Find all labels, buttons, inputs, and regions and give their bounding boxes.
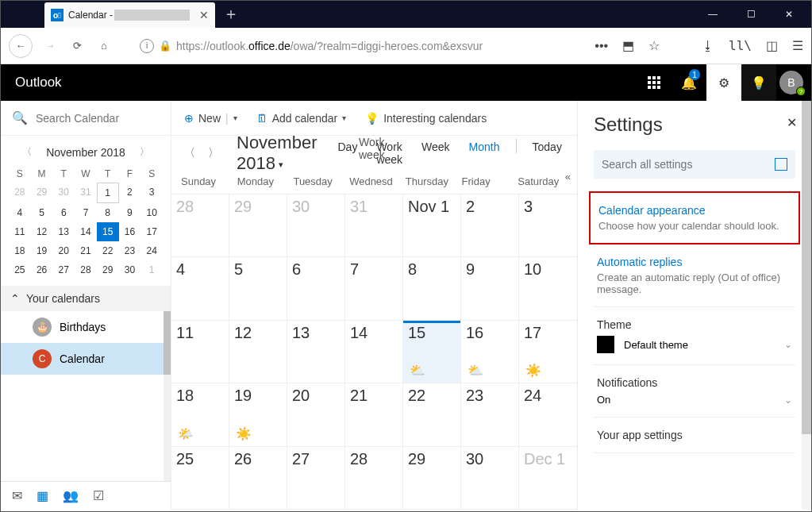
mini-prev-month-button[interactable]: 〈 — [16, 142, 38, 162]
help-icon[interactable]: 💡 — [741, 64, 776, 101]
bookmark-star-icon[interactable]: ☆ — [648, 38, 660, 53]
mini-day[interactable]: 28 — [9, 183, 31, 203]
day-cell[interactable]: 6 — [287, 257, 345, 319]
day-cell[interactable]: 29 — [229, 194, 287, 256]
new-event-button[interactable]: ⊕New|▾ — [184, 112, 237, 125]
day-cell[interactable]: 14 — [345, 321, 403, 383]
mini-day[interactable]: 1 — [140, 260, 163, 279]
prev-period-button[interactable]: 〈 — [184, 146, 195, 160]
day-cell[interactable]: Dec 1 — [519, 447, 577, 509]
settings-search[interactable] — [594, 150, 795, 179]
mini-day[interactable]: 17 — [140, 222, 163, 241]
day-cell[interactable]: 24 — [519, 383, 577, 445]
settings-item[interactable]: Calendar appearanceChoose how your calen… — [589, 191, 800, 244]
mini-day[interactable]: 8 — [97, 203, 119, 222]
settings-close-button[interactable]: ✕ — [787, 115, 797, 130]
menu-icon[interactable]: ☰ — [792, 38, 803, 53]
day-cell[interactable]: 4 — [171, 257, 229, 319]
mini-day[interactable]: 14 — [75, 222, 97, 241]
mini-day[interactable]: 3 — [140, 183, 163, 203]
mini-day[interactable]: 5 — [31, 203, 53, 222]
day-cell[interactable]: 11 — [171, 321, 229, 383]
window-minimize-button[interactable]: — — [695, 3, 730, 25]
mini-day[interactable]: 21 — [75, 241, 97, 260]
mini-day[interactable]: 28 — [75, 260, 97, 279]
settings-item[interactable]: ThemeDefault theme⌄ — [594, 307, 795, 365]
day-cell[interactable]: 10 — [519, 257, 577, 319]
scrollbar-thumb[interactable] — [164, 311, 171, 375]
overlapped-view-label[interactable]: Work week — [359, 136, 385, 161]
mini-day[interactable]: 11 — [9, 222, 31, 241]
mini-day[interactable]: 27 — [52, 260, 75, 279]
scrollbar[interactable] — [164, 311, 171, 481]
day-cell[interactable]: 29 — [403, 447, 461, 509]
mini-day[interactable]: 26 — [31, 260, 53, 279]
day-cell[interactable]: 21 — [345, 383, 403, 445]
search-calendar-input[interactable] — [36, 112, 147, 125]
day-cell[interactable]: 16⛅ — [461, 321, 519, 383]
new-tab-button[interactable]: ＋ — [223, 3, 239, 28]
day-cell[interactable]: 15⛅ — [403, 321, 461, 383]
day-cell[interactable]: 23 — [461, 383, 519, 445]
reload-button[interactable]: ⟳ — [67, 37, 87, 56]
calendar-module-icon[interactable]: ▦ — [37, 488, 48, 503]
chevron-down-icon[interactable]: ▾ — [342, 114, 346, 122]
view-tab[interactable]: Month — [466, 139, 503, 167]
today-button[interactable]: Today — [529, 139, 565, 167]
settings-value-row[interactable]: Default theme⌄ — [597, 336, 792, 353]
day-cell[interactable]: 18🌤️ — [171, 383, 229, 445]
day-cell[interactable]: 30 — [287, 194, 345, 256]
page-actions-icon[interactable]: ••• — [595, 39, 608, 53]
day-cell[interactable]: 26 — [229, 447, 287, 509]
downloads-icon[interactable]: ⭳ — [702, 39, 714, 53]
mini-day[interactable]: 13 — [52, 222, 75, 241]
mini-day[interactable]: 22 — [97, 241, 119, 260]
day-cell[interactable]: 13 — [287, 321, 345, 383]
calendar-list-item[interactable]: 🎂Birthdays — [1, 311, 171, 343]
day-cell[interactable]: 22 — [403, 383, 461, 445]
window-maximize-button[interactable]: ☐ — [733, 3, 768, 25]
add-calendar-button[interactable]: 🗓Add calendar▾ — [256, 112, 347, 125]
view-tab[interactable]: Week — [418, 139, 453, 167]
day-cell[interactable]: 30 — [461, 447, 519, 509]
day-cell[interactable]: Nov 1 — [403, 194, 461, 256]
interesting-calendars-button[interactable]: 💡Interesting calendars — [365, 112, 487, 125]
day-cell[interactable]: 19☀️ — [229, 383, 287, 445]
mini-day[interactable]: 16 — [119, 222, 141, 241]
app-launcher-icon[interactable] — [637, 64, 672, 101]
mini-day[interactable]: 30 — [52, 183, 75, 203]
day-cell[interactable]: 9 — [461, 257, 519, 319]
next-period-button[interactable]: 〉 — [208, 146, 219, 160]
chevron-down-icon[interactable]: ▾ — [233, 114, 237, 122]
settings-value-row[interactable]: On⌄ — [597, 394, 792, 406]
day-cell[interactable]: 17☀️ — [519, 321, 577, 383]
mini-day[interactable]: 9 — [119, 203, 141, 222]
home-button[interactable]: ⌂ — [94, 37, 114, 56]
settings-search-input[interactable] — [602, 158, 775, 171]
mail-module-icon[interactable]: ✉ — [12, 488, 22, 503]
day-cell[interactable]: 5 — [229, 257, 287, 319]
tab-close-icon[interactable]: ✕ — [199, 9, 209, 21]
mini-calendar-title[interactable]: November 2018 — [46, 146, 125, 159]
settings-item-title[interactable]: Automatic replies — [597, 256, 792, 268]
mini-day[interactable]: 1 — [97, 183, 119, 203]
settings-item-title[interactable]: Calendar appearance — [598, 204, 791, 217]
mini-day[interactable]: 2 — [119, 183, 141, 203]
settings-item[interactable]: Automatic repliesCreate an automatic rep… — [594, 244, 795, 307]
mini-day[interactable]: 25 — [9, 260, 31, 279]
mini-day[interactable]: 7 — [75, 203, 97, 222]
mini-day[interactable]: 31 — [75, 183, 97, 203]
tasks-module-icon[interactable]: ☑ — [93, 488, 104, 503]
period-title[interactable]: November 2018▾ Work week — [232, 133, 321, 174]
people-module-icon[interactable]: 👥 — [63, 488, 79, 503]
mini-day[interactable]: 6 — [52, 203, 75, 222]
site-info-icon[interactable]: i — [140, 39, 154, 53]
forward-button[interactable]: → — [40, 37, 60, 56]
day-cell[interactable]: 27 — [287, 447, 345, 509]
mini-day[interactable]: 24 — [140, 241, 163, 260]
your-calendars-header[interactable]: ⌃ Your calendars — [1, 286, 171, 311]
day-cell[interactable]: 8 — [403, 257, 461, 319]
search-calendar[interactable]: 🔍 — [1, 101, 171, 136]
mini-day[interactable]: 29 — [31, 183, 53, 203]
day-cell[interactable]: 31 — [345, 194, 403, 256]
